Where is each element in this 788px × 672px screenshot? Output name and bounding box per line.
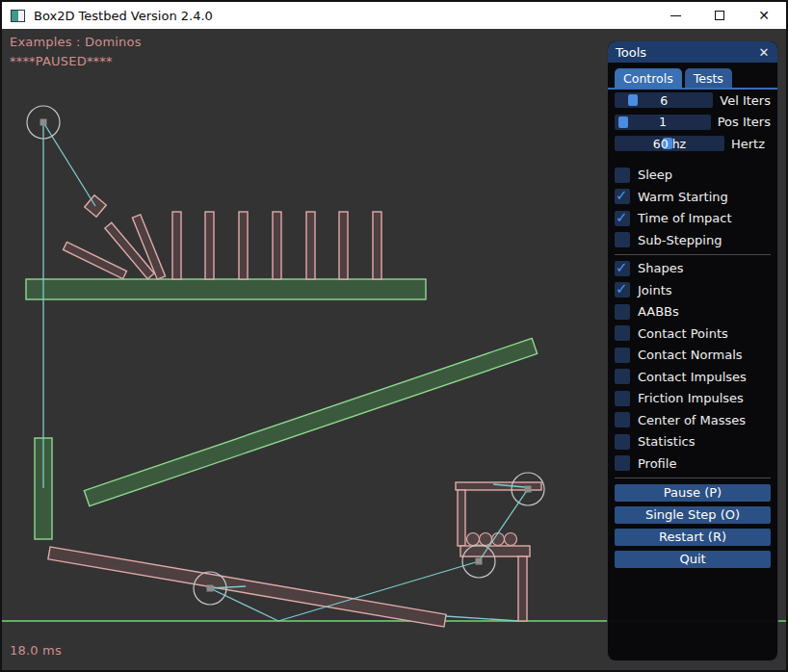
tab-controls[interactable]: Controls	[615, 68, 682, 88]
sub-stepping-label: Sub-Stepping	[638, 233, 722, 247]
center-of-masses-label: Center of Masses	[638, 413, 746, 427]
domino-1[interactable]	[172, 212, 181, 279]
pos-iters-slider[interactable]: 1	[615, 115, 711, 130]
sub-stepping-box[interactable]	[615, 232, 630, 247]
pos-iters-label: Pos Iters	[718, 115, 771, 129]
time-of-impact-box[interactable]: ✓	[615, 211, 630, 226]
anchor-marker-seesaw	[207, 585, 214, 592]
maximize-icon	[715, 11, 724, 20]
checkbox-friction-impulses[interactable]: Friction Impulses	[615, 391, 771, 406]
hertz-slider-row: 60 hzHertz	[615, 136, 771, 151]
checkbox-contact-impulses[interactable]: Contact Impulses	[615, 369, 771, 384]
domino-7[interactable]	[373, 212, 381, 279]
checkbox-aabbs[interactable]: AABBs	[615, 304, 771, 320]
domino-4[interactable]	[273, 212, 281, 279]
time-of-impact-label: Time of Impact	[638, 211, 732, 225]
tools-panel-title: Tools	[616, 45, 646, 60]
app-icon	[11, 10, 25, 22]
pause-p-button[interactable]: Pause (P)	[615, 484, 771, 502]
domino-2[interactable]	[205, 212, 214, 279]
tab-bar: ControlsTests	[615, 68, 732, 88]
contact-impulses-label: Contact Impulses	[638, 370, 747, 384]
statistics-label: Statistics	[638, 434, 695, 449]
check-icon: ✓	[616, 187, 628, 204]
anchor-marker-top-pulley	[525, 486, 532, 493]
long-ramp	[84, 338, 537, 505]
check-icon: ✓	[616, 280, 628, 297]
close-window-button[interactable]: ✕	[742, 2, 786, 29]
domino-3[interactable]	[239, 212, 248, 279]
domino-5[interactable]	[306, 212, 315, 279]
shelf-ball-2[interactable]	[480, 533, 492, 546]
quit-button[interactable]: Quit	[615, 551, 771, 568]
hertz-value: 60 hz	[615, 136, 724, 151]
vel-iters-label: Vel Iters	[720, 93, 771, 108]
checkbox-warm-starting[interactable]: ✓Warm Starting	[615, 189, 771, 204]
anchor-marker-bottom-pulley	[476, 558, 483, 565]
pos-iters-slider-row: 1Pos Iters	[615, 115, 771, 130]
joints-label: Joints	[638, 283, 672, 297]
frame-left-post[interactable]	[458, 490, 465, 546]
joint-ground-cable	[445, 616, 518, 621]
fallen-domino-1[interactable]	[64, 242, 127, 278]
checkbox-time-of-impact[interactable]: ✓Time of Impact	[615, 211, 771, 226]
tools-panel-header[interactable]: Tools ✕	[608, 41, 777, 63]
minimize-icon	[670, 15, 681, 16]
separator	[615, 478, 771, 478]
domino-6[interactable]	[339, 212, 348, 279]
single-step-o-button[interactable]: Single Step (O)	[615, 506, 771, 524]
restart-r-button[interactable]: Restart (R)	[615, 529, 771, 546]
checkbox-sub-stepping[interactable]: Sub-Stepping	[615, 232, 771, 247]
warm-starting-label: Warm Starting	[638, 190, 728, 204]
slider-section: 6Vel Iters1Pos Iters60 hzHertz	[615, 92, 771, 151]
statistics-box[interactable]	[615, 434, 630, 450]
close-icon: ✕	[758, 9, 770, 22]
shapes-box[interactable]: ✓	[615, 261, 630, 276]
hertz-label: Hertz	[731, 137, 765, 151]
vel-iters-slider-row: 6Vel Iters	[615, 92, 771, 108]
tools-panel: Tools ✕ ControlsTests 6Vel Iters1Pos Ite…	[607, 40, 778, 661]
contact-normals-label: Contact Normals	[638, 348, 743, 362]
minimize-button[interactable]	[653, 2, 697, 29]
checkbox-joints[interactable]: ✓Joints	[615, 282, 771, 297]
window-title: Box2D Testbed Version 2.4.0	[34, 9, 213, 23]
aabbs-box[interactable]	[615, 304, 630, 320]
contact-points-box[interactable]	[615, 325, 630, 341]
title-bar: Box2D Testbed Version 2.4.0 ✕	[2, 2, 786, 29]
checkbox-sleep[interactable]: Sleep	[615, 168, 771, 183]
joints-box[interactable]: ✓	[615, 282, 630, 297]
vel-iters-slider[interactable]: 6	[615, 92, 713, 108]
contact-impulses-box[interactable]	[615, 369, 630, 384]
tab-underline	[608, 88, 777, 90]
frame-time-label: 18.0 ms	[10, 643, 62, 658]
shelf-ball-1[interactable]	[467, 533, 480, 546]
maximize-button[interactable]	[697, 2, 742, 29]
joint-pendulum	[43, 122, 95, 206]
checkbox-profile[interactable]: Profile	[615, 455, 771, 471]
seesaw-plank[interactable]	[48, 547, 446, 627]
domino-platform	[26, 279, 426, 299]
center-of-masses-box[interactable]	[615, 412, 630, 427]
checkbox-contact-points[interactable]: Contact Points	[615, 325, 771, 341]
pos-iters-value: 1	[615, 115, 711, 130]
tab-tests[interactable]: Tests	[685, 68, 732, 88]
friction-impulses-box[interactable]	[615, 391, 630, 406]
frame-right-post[interactable]	[518, 556, 527, 621]
contact-normals-box[interactable]	[615, 348, 630, 363]
warm-starting-box[interactable]: ✓	[615, 189, 630, 204]
hertz-slider[interactable]: 60 hz	[615, 136, 724, 151]
sleep-box[interactable]	[615, 168, 630, 183]
anchor-marker-pendulum	[40, 119, 47, 126]
sleep-label: Sleep	[638, 168, 672, 182]
checkbox-center-of-masses[interactable]: Center of Masses	[615, 412, 771, 427]
shelf-ball-4[interactable]	[505, 533, 517, 546]
profile-box[interactable]	[615, 455, 630, 471]
paused-label: ****PAUSED****	[10, 54, 113, 68]
separator	[615, 254, 771, 255]
checkbox-statistics[interactable]: Statistics	[615, 434, 771, 450]
aabbs-label: AABBs	[638, 304, 679, 319]
button-section: Pause (P)Single Step (O)Restart (R)Quit	[615, 484, 771, 568]
checkbox-contact-normals[interactable]: Contact Normals	[615, 348, 771, 363]
checkbox-shapes[interactable]: ✓Shapes	[615, 261, 771, 276]
tools-panel-close-button[interactable]: ✕	[755, 43, 773, 61]
